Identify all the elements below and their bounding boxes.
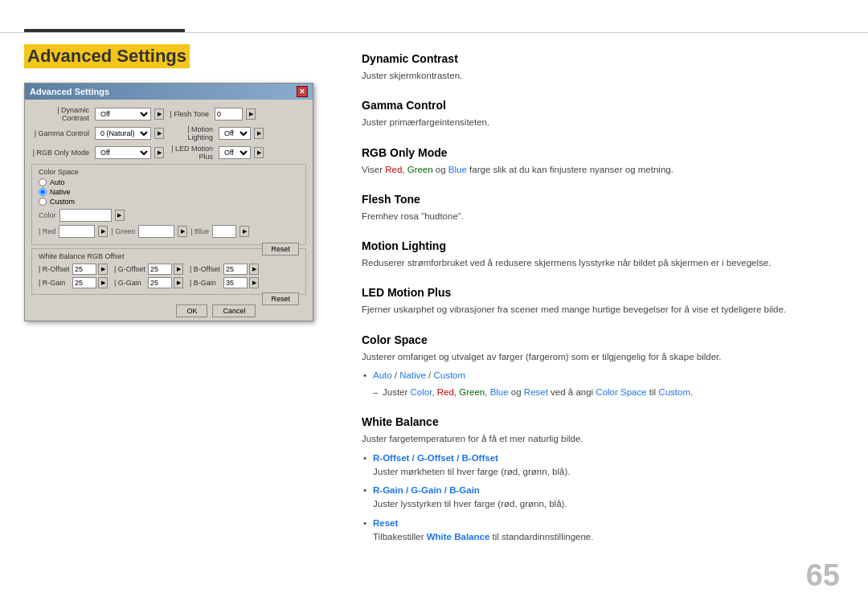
b-gain-value: 35 — [223, 277, 248, 288]
right-panel-inner: Dynamic Contrast Juster skjermkontrasten… — [362, 44, 844, 544]
ok-button[interactable]: OK — [176, 304, 207, 317]
bullet-r-gain: R-Gain / G-Gain / B-Gain Juster lysstyrk… — [362, 484, 844, 512]
motion-lighting-label: | Motion Lighting — [167, 125, 215, 141]
r-offset-item: | R-Offset 25 ▶ — [39, 264, 108, 275]
text-green: Green — [407, 165, 433, 174]
link-auto: Auto — [373, 370, 392, 380]
heading-gamma-control: Gamma Control — [362, 99, 844, 112]
gamma-control-arrow[interactable]: ▶ — [154, 128, 164, 139]
motion-lighting-select[interactable]: Off — [219, 127, 251, 140]
led-motion-label: | LED Motion Plus — [167, 145, 215, 161]
heading-white-balance: White Balance — [362, 415, 844, 428]
page-title: Advanced Settings — [24, 44, 190, 68]
flesh-tone-input[interactable] — [215, 108, 243, 121]
dynamic-contrast-arrow[interactable]: ▶ — [154, 108, 164, 120]
cancel-button[interactable]: Cancel — [212, 304, 256, 317]
color-sliders-row: Color ▶ — [39, 209, 299, 222]
r-offset-arrow[interactable]: ▶ — [98, 264, 108, 275]
dynamic-contrast-label: | Dynamic Contrast — [31, 106, 92, 122]
color-controls: Color ▶ | Red ▶ | Green ▶ | Blue ▶ — [39, 209, 299, 238]
text-led-motion-plus: Fjerner uskarphet og vibrasjoner fra sce… — [362, 303, 844, 317]
radio-auto: Auto — [39, 178, 299, 186]
r-gain-arrow[interactable]: ▶ — [98, 277, 108, 288]
dialog-body: | Dynamic Contrast Off ▶ | Flesh Tone ▶ … — [25, 100, 313, 301]
motion-lighting-arrow[interactable]: ▶ — [254, 128, 264, 139]
color-arrow[interactable]: ▶ — [115, 210, 125, 221]
b-offset-label: | B-Offset — [190, 265, 222, 273]
dialog-footer: OK Cancel — [25, 301, 262, 321]
link-blue-cs: Blue — [490, 387, 509, 397]
gamma-control-select[interactable]: 0 (Natural) — [95, 127, 151, 140]
flesh-tone-arrow[interactable]: ▶ — [246, 108, 256, 120]
link-green-cs: Green — [459, 387, 485, 397]
text-rgb-gain: Juster lysstyrken til hver farge (rød, g… — [373, 499, 567, 509]
gamma-control-label: | Gamma Control — [31, 129, 92, 137]
right-divider — [362, 32, 844, 33]
r-gain-item: | R-Gain 25 ▶ — [39, 277, 108, 288]
g-gain-item: | G-Gain 25 ▶ — [114, 277, 183, 288]
color-label: Color — [39, 211, 56, 219]
radio-custom: Custom — [39, 198, 299, 206]
blue-arrow[interactable]: ▶ — [240, 226, 249, 237]
color-slider[interactable] — [59, 209, 112, 222]
rgb-only-arrow[interactable]: ▶ — [154, 147, 164, 158]
color-space-bullets: Auto / Native / Custom — [362, 369, 844, 382]
heading-led-motion-plus: LED Motion Plus — [362, 286, 844, 299]
b-offset-arrow[interactable]: ▶ — [249, 264, 259, 275]
led-motion-select[interactable]: Off — [219, 146, 251, 159]
sub-bullet-color-space: Juster Color, Red, Green, Blue og Reset … — [362, 386, 844, 399]
text-gamma-control: Juster primærfargeintensiteten. — [362, 116, 844, 129]
link-reset-cs: Reset — [524, 387, 548, 397]
dialog-close-button[interactable]: ✕ — [297, 86, 308, 97]
green-arrow[interactable]: ▶ — [178, 226, 187, 237]
color-space-title: Color Space — [39, 168, 299, 176]
radio-auto-label: Auto — [50, 178, 65, 186]
blue-label: | Blue — [190, 227, 209, 235]
g-gain-arrow[interactable]: ▶ — [174, 277, 183, 288]
heading-flesh-tone: Flesh Tone — [362, 193, 844, 206]
blue-slider[interactable] — [212, 225, 236, 238]
radio-custom-input[interactable] — [39, 198, 47, 206]
dialog-row-1: | Dynamic Contrast Off ▶ | Flesh Tone ▶ — [31, 106, 306, 122]
text-rgb-only-mode: Viser Red, Green og Blue farge slik at d… — [362, 163, 844, 177]
radio-custom-label: Custom — [50, 198, 75, 206]
rgb-only-select[interactable]: Off — [95, 146, 151, 159]
radio-native-input[interactable] — [39, 188, 47, 196]
g-gain-label: | G-Gain — [114, 279, 146, 287]
red-arrow[interactable]: ▶ — [98, 226, 108, 237]
dialog-row-3: | RGB Only Mode Off ▶ | LED Motion Plus … — [31, 145, 306, 161]
b-gain-arrow[interactable]: ▶ — [249, 277, 259, 288]
dialog-row-2: | Gamma Control 0 (Natural) ▶ | Motion L… — [31, 125, 306, 141]
text-dynamic-contrast: Juster skjermkontrasten. — [362, 69, 844, 83]
text-flesh-tone: Fremhev rosa "hudtone". — [362, 210, 844, 223]
green-slider[interactable] — [138, 225, 174, 238]
link-rgb-gain: R-Gain / G-Gain / B-Gain — [373, 485, 480, 495]
wb-offset-row: | R-Offset 25 ▶ | G-Offset 25 ▶ | B-Offs… — [39, 264, 299, 275]
red-slider[interactable] — [59, 225, 95, 238]
right-panel: Dynamic Contrast Juster skjermkontrasten… — [362, 44, 844, 589]
radio-auto-input[interactable] — [39, 178, 47, 186]
text-motion-lighting: Reduserer strømforbruket ved å redusere … — [362, 256, 844, 270]
link-color: Color — [411, 387, 432, 397]
text-rgb-offset: Juster mørkheten til hver farge (rød, gr… — [373, 467, 570, 476]
advanced-settings-dialog: Advanced Settings ✕ | Dynamic Contrast O… — [24, 83, 313, 321]
text-red: Red — [385, 165, 402, 174]
text-blue: Blue — [448, 165, 467, 174]
g-offset-item: | G-Offset 25 ▶ — [114, 264, 183, 275]
wb-reset-button[interactable]: Reset — [262, 292, 299, 305]
text-reset-wb: Tilbakestiller White Balance til standar… — [373, 532, 593, 541]
link-native: Native — [399, 370, 426, 380]
color-reset-button[interactable]: Reset — [262, 243, 299, 255]
dynamic-contrast-select[interactable]: Off — [95, 108, 151, 121]
link-white-balance: White Balance — [427, 532, 490, 541]
b-offset-value: 25 — [223, 264, 248, 275]
link-reset-wb: Reset — [373, 518, 398, 528]
link-rgb-offset: R-Offset / G-Offset / B-Offset — [373, 453, 498, 463]
red-label: | Red — [39, 227, 55, 235]
g-offset-label: | G-Offset — [114, 265, 146, 273]
bullet-reset: Reset Tilbakestiller White Balance til s… — [362, 517, 844, 545]
link-custom-cs: Custom — [658, 387, 690, 397]
g-offset-arrow[interactable]: ▶ — [174, 264, 183, 275]
led-motion-arrow[interactable]: ▶ — [254, 147, 264, 158]
bullet-r-offset: R-Offset / G-Offset / B-Offset Juster mø… — [362, 452, 844, 480]
